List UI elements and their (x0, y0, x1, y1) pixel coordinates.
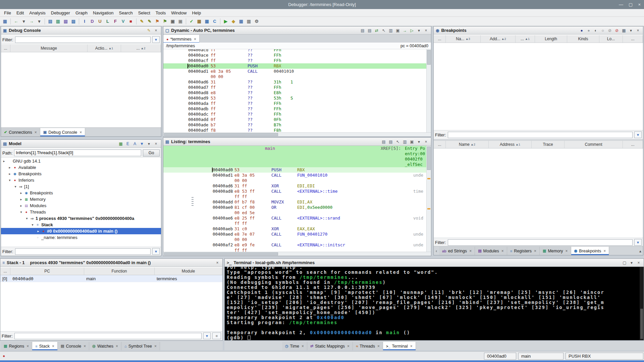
field-columns-icon[interactable]: ▥ (402, 139, 408, 145)
edit-icon[interactable]: ✎ (146, 18, 153, 25)
tab-terminal[interactable]: >_Terminal× (383, 342, 416, 350)
tab-memory[interactable]: ▦Memory× (540, 247, 571, 255)
snapshot-icon[interactable]: ▣ (409, 139, 415, 145)
function-header-row[interactable]: mainXREF[5]:Entry Po (163, 146, 426, 151)
column-header-comment[interactable]: Comment (565, 141, 623, 148)
disasm-row[interactable]: 00 00 (163, 74, 426, 79)
panel-menu-icon[interactable]: ▾ (146, 141, 152, 147)
close-icon[interactable]: × (116, 344, 118, 349)
tab-console[interactable]: ▤Console× (58, 342, 89, 350)
data-types-icon[interactable]: ▧ (62, 18, 69, 25)
disasm-row[interactable]: 00400ad053PUSHRBX (163, 63, 426, 69)
menu-debugger[interactable]: Debugger (48, 10, 73, 16)
tabs-scroll-left-icon[interactable]: ‹ (434, 247, 439, 255)
tree-item[interactable]: ▸◉Breakpoints (1, 171, 161, 177)
disasm-row[interactable]: 00400adbff??FFh (163, 106, 426, 112)
tab-modules[interactable]: ▤Modules× (475, 247, 507, 255)
tab-ed-strings[interactable]: abed Strings× (439, 247, 475, 255)
tab-registers[interactable]: ≡Registers× (507, 247, 540, 255)
auto-expand-icon[interactable]: A (132, 141, 138, 147)
label-icon[interactable]: L (104, 18, 111, 25)
filter-icon[interactable]: ▼ (139, 141, 145, 147)
close-icon[interactable]: × (84, 344, 86, 349)
symbol-table-icon[interactable]: ▨ (70, 18, 77, 25)
refresh-tree-icon[interactable]: ▦ (118, 141, 124, 147)
menu-graph[interactable]: Graph (73, 10, 90, 16)
undefine-icon[interactable]: U (96, 18, 104, 25)
disasm-row[interactable]: 00400aceff??FFh (163, 53, 426, 58)
column-header-kinds[interactable]: Kinds (567, 35, 599, 43)
tree-item[interactable]: ▸●#0 0x0000000000400ad0 in main () (1, 228, 161, 234)
disasm-row[interactable]: 00400ad631??31h1 (163, 79, 426, 85)
clear-breakpoints-icon[interactable]: ○ (600, 27, 606, 34)
snapshot-icon[interactable]: ▣ (169, 18, 176, 25)
remove-breakpoints-icon[interactable]: ⊘ (614, 27, 620, 34)
registers-tool-icon[interactable]: ▦ (237, 18, 245, 25)
listing-row[interactable]: 00400ad1e8 3a 05CALLFUN_00401010unde (163, 173, 426, 178)
disasm-row[interactable]: 00400ad7ff??FFh (163, 85, 426, 90)
close-icon[interactable]: × (347, 344, 350, 349)
stack-frame-row[interactable]: [0]00400ad0maintermmines (0, 275, 222, 282)
forward-menu-icon[interactable]: ▾ (36, 18, 43, 25)
paste-icon[interactable]: ▤ (388, 139, 394, 145)
listing-row[interactable]: 00400add0f b7 f8MOVZXEDI,AX (163, 199, 426, 205)
column-header-add[interactable]: Add...▲2 (481, 35, 516, 43)
disasm-row[interactable]: 00400acdff??FFh (163, 49, 426, 53)
column-header-actio[interactable]: Actio...▲1 (88, 45, 121, 52)
menu-navigation[interactable]: Navigation (90, 10, 116, 16)
tree-item[interactable]: ▾⇒[1] (1, 183, 161, 190)
column-header-lo[interactable]: Lo... (599, 35, 623, 43)
console-tool-icon[interactable]: C (211, 18, 218, 25)
debug-console-filter-input[interactable] (15, 37, 151, 43)
close-button[interactable]: × (638, 2, 641, 7)
tab-watches[interactable]: ◎Watches× (89, 342, 121, 350)
column-header-na[interactable]: Na...▲3 (446, 35, 481, 43)
listing-row[interactable]: 00 00 (163, 178, 426, 183)
copy-icon[interactable]: ▤ (381, 139, 387, 145)
panel-menu-icon[interactable]: ▾ (629, 260, 635, 266)
listing-row[interactable]: 00400ad631 ffXOREDI,EDI (163, 183, 426, 189)
splitter-handle[interactable] (192, 197, 194, 206)
menu-tools[interactable]: Tools (153, 10, 168, 16)
decompiler-icon[interactable]: ▦ (203, 18, 211, 25)
maximize-button[interactable]: ▢ (629, 2, 633, 7)
tree-item[interactable]: ▾≡Stack (1, 222, 161, 228)
xref-row[interactable]: entry:00 (163, 151, 426, 157)
scrollbar-thumb[interactable] (164, 133, 278, 136)
go-button[interactable]: Go (143, 149, 160, 157)
menu-edit[interactable]: Edit (14, 10, 26, 16)
filter-options-icon[interactable]: ▼ (634, 239, 642, 246)
listing-row[interactable]: 00400af2e8 e9 feCALL<EXTERNAL>::initscru… (163, 242, 426, 248)
filter-options-icon[interactable]: ▼ (634, 131, 642, 138)
close-icon[interactable]: × (469, 249, 472, 253)
float-icon[interactable]: ▢ (622, 260, 628, 266)
column-header-pc[interactable]: PC (10, 267, 84, 275)
patch-icon[interactable]: ✎ (138, 18, 146, 25)
tree-item[interactable]: ▾●Threads (1, 209, 161, 215)
menu-window[interactable]: Window (168, 10, 189, 16)
tree-item[interactable]: ▸◉Breakpoints (1, 190, 161, 196)
close-icon[interactable]: × (501, 249, 504, 253)
paste-icon[interactable]: ▤ (367, 27, 373, 34)
tab-breakpoints[interactable]: ◉Breakpoints× (571, 247, 609, 255)
close-icon[interactable]: × (194, 37, 196, 42)
scrollbar-thumb[interactable] (427, 146, 431, 170)
program-tree-icon[interactable]: ▤ (47, 18, 54, 25)
byte-viewer-icon[interactable]: ▦ (196, 18, 203, 25)
disasm-row[interactable]: 00400ad953??53hS (163, 96, 426, 101)
disasm-row[interactable]: 00400adeb7??B7h (163, 122, 426, 128)
column-header-[interactable]: ...▲1 (516, 35, 535, 43)
listing-row[interactable]: ff ff (163, 221, 426, 226)
settings-icon[interactable]: ⚙ (253, 18, 260, 25)
menu-help[interactable]: Help (189, 10, 204, 16)
filter-options-icon[interactable]: ▼ (152, 36, 160, 43)
close-icon[interactable]: × (636, 260, 642, 266)
column-header-[interactable]: ... (434, 141, 446, 148)
panel-menu-icon[interactable]: ▾ (416, 27, 422, 34)
close-icon[interactable]: × (35, 130, 37, 135)
column-header-module[interactable]: Module (155, 267, 222, 275)
column-header-[interactable]: ...▲2 (121, 45, 161, 52)
column-header-[interactable]: ... (1, 45, 10, 52)
close-icon[interactable]: × (566, 249, 568, 253)
enable-breakpoints-icon[interactable]: ● (579, 27, 585, 34)
